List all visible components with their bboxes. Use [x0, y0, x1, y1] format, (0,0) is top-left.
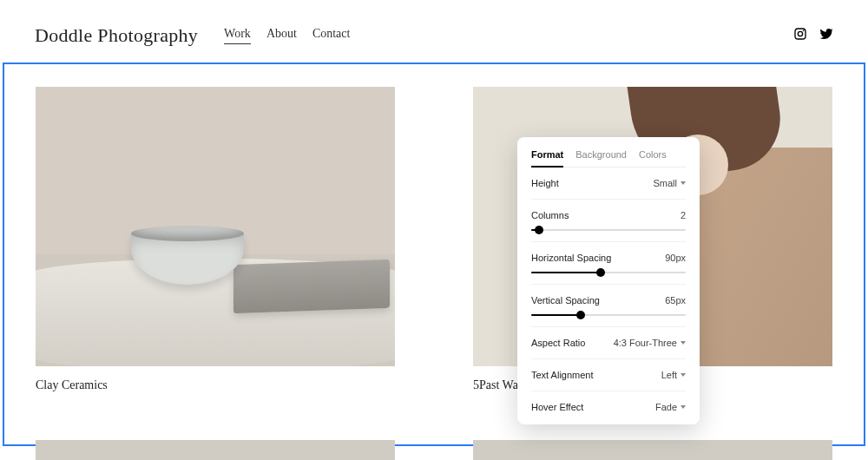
- tab-format[interactable]: Format: [531, 149, 563, 160]
- columns-slider[interactable]: [531, 229, 686, 231]
- setting-label: Text Alignment: [531, 370, 594, 380]
- nav-contact[interactable]: Contact: [312, 27, 351, 44]
- chevron-down-icon: [681, 373, 686, 377]
- gallery-caption: Clay Ceramics: [36, 378, 395, 392]
- setting-vertical-spacing[interactable]: Vertical Spacing 65px: [531, 285, 686, 327]
- setting-value: 65px: [665, 295, 686, 306]
- hspacing-slider[interactable]: [531, 272, 686, 273]
- site-header: Doddle Photography Work About Contact: [0, 0, 868, 62]
- nav-about[interactable]: About: [266, 27, 297, 44]
- twitter-icon[interactable]: [819, 27, 833, 44]
- setting-horizontal-spacing[interactable]: Horizontal Spacing 90px: [531, 242, 686, 285]
- vspacing-slider[interactable]: [531, 314, 686, 316]
- setting-value: Fade: [655, 402, 686, 412]
- setting-height[interactable]: Height Small: [531, 168, 686, 200]
- setting-label: Hover Effect: [531, 402, 583, 412]
- format-panel: Format Background Colors Height Small Co…: [517, 137, 700, 424]
- setting-value: 4:3 Four-Three: [614, 338, 686, 348]
- setting-value: Small: [653, 178, 686, 188]
- panel-tabs: Format Background Colors: [531, 149, 686, 168]
- svg-point-1: [798, 31, 802, 36]
- setting-label: Height: [531, 178, 559, 188]
- setting-value: 2: [681, 210, 686, 220]
- setting-text-alignment[interactable]: Text Alignment Left: [531, 359, 686, 391]
- setting-label: Aspect Ratio: [531, 338, 585, 348]
- setting-label: Horizontal Spacing: [531, 253, 611, 263]
- nav-work[interactable]: Work: [224, 27, 251, 44]
- social-links: [793, 27, 833, 44]
- site-title: Doddle Photography: [35, 24, 198, 47]
- tab-colors[interactable]: Colors: [639, 149, 667, 160]
- setting-label: Vertical Spacing: [531, 295, 600, 306]
- tab-background[interactable]: Background: [575, 149, 627, 160]
- instagram-icon[interactable]: [793, 27, 807, 44]
- setting-value: 90px: [665, 253, 686, 263]
- gallery-selection-frame[interactable]: Clay Ceramics 5Past Watch: [3, 62, 865, 446]
- gallery-thumbnail: [36, 87, 395, 366]
- setting-columns[interactable]: Columns 2: [531, 200, 686, 242]
- gallery-row-next: [36, 440, 832, 460]
- gallery-grid: Clay Ceramics 5Past Watch: [36, 87, 832, 392]
- svg-point-2: [803, 30, 805, 32]
- setting-value: Left: [661, 370, 686, 380]
- primary-nav: Work About Contact: [224, 27, 350, 44]
- gallery-card[interactable]: Clay Ceramics: [36, 87, 395, 392]
- chevron-down-icon: [681, 405, 686, 409]
- setting-hover-effect[interactable]: Hover Effect Fade: [531, 391, 686, 424]
- setting-label: Columns: [531, 210, 569, 220]
- chevron-down-icon: [681, 181, 686, 185]
- chevron-down-icon: [681, 341, 686, 345]
- setting-aspect-ratio[interactable]: Aspect Ratio 4:3 Four-Three: [531, 327, 686, 359]
